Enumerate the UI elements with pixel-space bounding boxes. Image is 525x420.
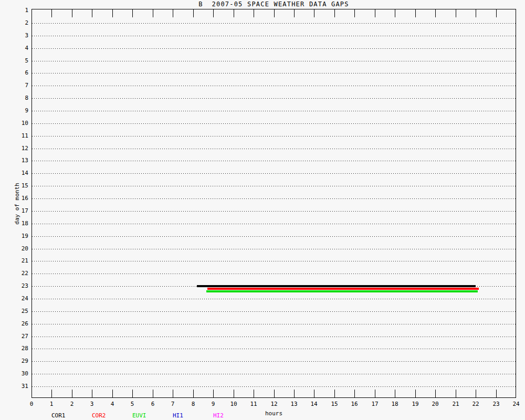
x-tick-mark-bottom bbox=[415, 390, 416, 397]
day-gridline bbox=[32, 374, 516, 374]
x-tick-label: 16 bbox=[344, 401, 365, 407]
y-tick-label: 8 bbox=[15, 95, 28, 101]
x-tick-label: 12 bbox=[264, 401, 285, 407]
gap-bar-cor2 bbox=[207, 288, 479, 290]
y-tick-label: 23 bbox=[15, 283, 28, 289]
x-tick-mark-top bbox=[476, 9, 476, 17]
y-tick-label: 20 bbox=[15, 246, 28, 252]
space-weather-gap-chart: B 2007-05 SPACE WEATHER DATA GAPS day of… bbox=[0, 0, 525, 420]
chart-title: B 2007-05 SPACE WEATHER DATA GAPS bbox=[32, 1, 516, 8]
day-gridline bbox=[32, 349, 516, 349]
day-gridline bbox=[32, 161, 516, 161]
x-tick-mark-top bbox=[415, 9, 416, 17]
x-tick-mark-top bbox=[173, 9, 173, 17]
day-gridline bbox=[32, 149, 516, 149]
y-tick-label: 30 bbox=[15, 371, 28, 377]
x-tick-label: 6 bbox=[142, 401, 163, 407]
day-gridline bbox=[32, 211, 516, 212]
day-gridline bbox=[32, 249, 516, 249]
x-tick-mark-top bbox=[314, 9, 314, 17]
y-tick-label: 22 bbox=[15, 270, 28, 277]
y-tick-label: 25 bbox=[15, 308, 28, 314]
x-tick-label: 17 bbox=[364, 401, 385, 407]
y-tick-label: 5 bbox=[15, 58, 28, 64]
day-gridline bbox=[32, 61, 516, 61]
legend-label-euvi: EUVI bbox=[132, 412, 146, 419]
day-gridline bbox=[32, 324, 516, 324]
x-tick-mark-bottom bbox=[354, 390, 355, 397]
y-tick-label: 27 bbox=[15, 333, 28, 340]
legend-label-cor1: COR1 bbox=[51, 412, 66, 419]
day-gridline bbox=[32, 311, 516, 312]
y-tick-label: 1 bbox=[15, 7, 28, 14]
y-tick-label: 9 bbox=[15, 108, 28, 114]
y-tick-label: 3 bbox=[15, 33, 28, 39]
y-axis-label: day of month bbox=[14, 183, 20, 224]
day-gridline bbox=[32, 173, 516, 174]
x-tick-label: 18 bbox=[384, 401, 405, 407]
y-tick-label: 14 bbox=[15, 170, 28, 176]
plot-frame bbox=[32, 9, 516, 398]
x-tick-label: 15 bbox=[324, 401, 345, 407]
y-tick-label: 11 bbox=[15, 133, 28, 139]
x-tick-label: 4 bbox=[102, 401, 123, 407]
day-gridline bbox=[32, 236, 516, 237]
day-gridline bbox=[32, 224, 516, 224]
y-tick-label: 4 bbox=[15, 45, 28, 51]
x-tick-mark-top bbox=[435, 9, 436, 17]
y-tick-label: 2 bbox=[15, 20, 28, 26]
y-tick-label: 6 bbox=[15, 70, 28, 76]
x-tick-mark-bottom bbox=[456, 390, 456, 397]
y-tick-label: 19 bbox=[15, 233, 28, 239]
x-tick-label: 24 bbox=[506, 401, 525, 407]
y-tick-label: 16 bbox=[15, 195, 28, 202]
x-tick-mark-top bbox=[254, 9, 254, 17]
y-tick-label: 24 bbox=[15, 296, 28, 302]
x-tick-mark-top bbox=[51, 9, 52, 17]
x-tick-mark-bottom bbox=[92, 390, 92, 397]
day-gridline bbox=[32, 86, 516, 86]
x-tick-mark-top bbox=[132, 9, 133, 17]
y-tick-label: 28 bbox=[15, 345, 28, 352]
x-tick-mark-top bbox=[274, 9, 275, 17]
y-tick-label: 10 bbox=[15, 120, 28, 127]
x-tick-mark-top bbox=[395, 9, 395, 17]
x-tick-mark-top bbox=[92, 9, 92, 17]
x-tick-label: 5 bbox=[122, 401, 143, 407]
x-tick-mark-bottom bbox=[173, 390, 173, 397]
x-tick-label: 9 bbox=[203, 401, 224, 407]
x-tick-mark-bottom bbox=[213, 390, 214, 397]
x-tick-mark-top bbox=[354, 9, 355, 17]
day-gridline bbox=[32, 299, 516, 299]
x-tick-mark-top bbox=[112, 9, 113, 17]
day-gridline bbox=[32, 111, 516, 111]
x-tick-mark-top bbox=[294, 9, 295, 17]
day-gridline bbox=[32, 36, 516, 36]
y-tick-label: 7 bbox=[15, 82, 28, 89]
x-tick-mark-top bbox=[193, 9, 194, 17]
x-tick-mark-top bbox=[153, 9, 153, 17]
gap-bar-euvi bbox=[206, 290, 478, 292]
y-tick-label: 26 bbox=[15, 321, 28, 327]
day-gridline bbox=[32, 386, 516, 387]
x-tick-mark-bottom bbox=[496, 390, 497, 397]
x-tick-mark-bottom bbox=[294, 390, 295, 397]
day-gridline bbox=[32, 337, 516, 337]
x-tick-label: 20 bbox=[425, 401, 446, 407]
day-gridline bbox=[32, 261, 516, 261]
x-tick-label: 1 bbox=[41, 401, 62, 407]
day-gridline bbox=[32, 198, 516, 199]
x-tick-mark-bottom bbox=[51, 390, 52, 397]
x-tick-label: 8 bbox=[183, 401, 204, 407]
y-tick-label: 18 bbox=[15, 220, 28, 227]
y-tick-label: 15 bbox=[15, 183, 28, 189]
day-gridline bbox=[32, 73, 516, 74]
x-tick-label: 0 bbox=[21, 401, 42, 407]
x-tick-mark-top bbox=[375, 9, 375, 17]
y-tick-label: 21 bbox=[15, 258, 28, 264]
day-gridline bbox=[32, 274, 516, 274]
x-tick-mark-bottom bbox=[314, 390, 314, 397]
x-tick-label: 10 bbox=[223, 401, 244, 407]
y-tick-label: 13 bbox=[15, 158, 28, 164]
day-gridline bbox=[32, 186, 516, 186]
